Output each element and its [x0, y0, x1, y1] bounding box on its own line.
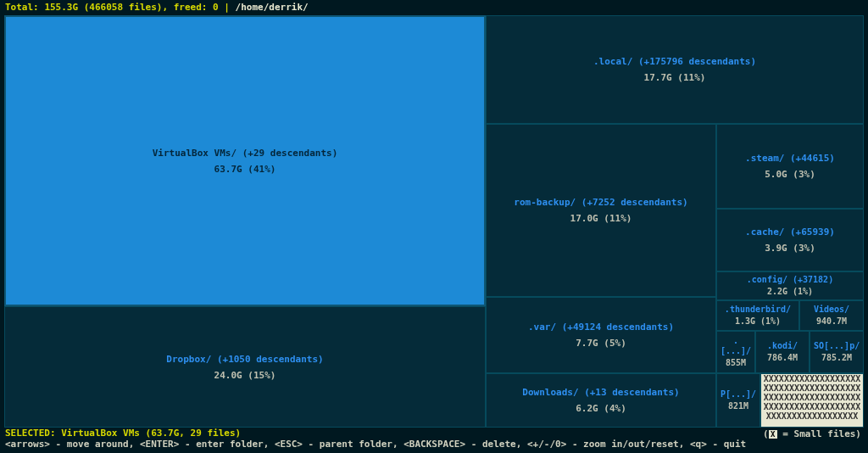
cell-size: 1.3G (1%)	[721, 316, 795, 327]
small-files-fill: XXXXXXXXXXXXXXXXXXXXXXXXXXXXXXXXXXXXXXXX…	[764, 374, 860, 421]
cell-name: .kodi/	[760, 341, 805, 351]
cell-downloads[interactable]: Downloads/ (+13 descendants) 6.2G (4%)	[486, 373, 716, 428]
cell-size: 855M	[721, 358, 751, 368]
cell-steam[interactable]: .steam/ (+44615) 5.0G (3%)	[716, 124, 864, 209]
cell-size: 7.7G (5%)	[490, 338, 712, 349]
cell-size: 6.2G (4%)	[490, 403, 712, 414]
cell-config[interactable]: .config/ (+37182) 2.2G (1%)	[716, 271, 864, 300]
cell-size: 24.0G (15%)	[8, 370, 481, 381]
cell-dropbox[interactable]: Dropbox/ (+1050 descendants) 24.0G (15%)	[4, 306, 486, 428]
current-path: /home/derrik/	[236, 2, 309, 13]
cell-name: P[...]/	[721, 389, 756, 400]
cell-small-files[interactable]: XXXXXXXXXXXXXXXXXXXXXXXXXXXXXXXXXXXXXXXX…	[760, 373, 864, 428]
cell-cache[interactable]: .cache/ (+65939) 3.9G (3%)	[716, 209, 864, 271]
cell-name: .cache/ (+65939)	[721, 226, 860, 238]
cell-size: 821M	[721, 401, 756, 411]
status-bar-bottom: SELECTED: VirtualBox VMs (63.7G, 29 file…	[0, 428, 868, 453]
selected-value: VirtualBox VMs (63.7G, 29 files)	[61, 428, 241, 439]
cell-size: 5.0G (3%)	[721, 169, 860, 180]
cell-kodi[interactable]: .kodi/ 786.4M	[755, 331, 810, 373]
cell-local[interactable]: .local/ (+175796 descendants) 17.7G (11%…	[486, 15, 864, 124]
cell-rom-backup[interactable]: rom-backup/ (+7252 descendants) 17.0G (1…	[486, 124, 716, 297]
cell-size: 786.4M	[760, 353, 805, 363]
cell-name: Videos/	[804, 305, 860, 315]
separator: |	[224, 2, 230, 13]
cell-size: 785.2M	[814, 353, 860, 363]
cell-var[interactable]: .var/ (+49124 descendants) 7.7G (5%)	[486, 297, 716, 373]
cell-so-truncated[interactable]: SO[...]p/ 785.2M	[810, 331, 864, 373]
cell-size: 2.2G (1%)	[721, 287, 860, 297]
cell-name: Dropbox/ (+1050 descendants)	[8, 354, 481, 365]
cell-size: 940.7M	[804, 316, 860, 327]
selected-label: SELECTED:	[5, 428, 56, 439]
cell-size: 3.9G (3%)	[721, 243, 860, 254]
cell-size: 63.7G (41%)	[9, 164, 481, 175]
cell-name: .steam/ (+44615)	[721, 153, 860, 164]
treemap[interactable]: VirtualBox VMs/ (+29 descendants) 63.7G …	[4, 15, 864, 428]
cell-thunderbird[interactable]: .thunderbird/ 1.3G (1%)	[716, 300, 799, 331]
cell-size: 17.7G (11%)	[490, 72, 860, 83]
cell-name: .config/ (+37182)	[721, 275, 860, 285]
cell-name: rom-backup/ (+7252 descendants)	[490, 197, 712, 208]
cell-videos[interactable]: Videos/ 940.7M	[799, 300, 864, 331]
help-line: <arrows> - move around, <ENTER> - enter …	[5, 439, 863, 450]
cell-size: 17.0G (11%)	[490, 213, 712, 224]
cell-name: Downloads/ (+13 descendants)	[490, 387, 712, 398]
cell-name: VirtualBox VMs/ (+29 descendants)	[9, 148, 481, 159]
file-count: (466058 files)	[84, 2, 163, 13]
total-label: Total:	[5, 2, 39, 13]
cell-dot-truncated[interactable]: .[...]/ 855M	[716, 331, 755, 373]
total-size: 155.3G	[44, 2, 78, 13]
cell-name: .var/ (+49124 descendants)	[490, 322, 712, 333]
cell-name: SO[...]p/	[814, 341, 860, 351]
freed-label: , freed:	[162, 2, 207, 13]
cell-name: .[...]/	[721, 336, 751, 356]
cell-name: .thunderbird/	[721, 305, 795, 315]
cell-p-truncated[interactable]: P[...]/ 821M	[716, 373, 760, 428]
freed-value: 0	[213, 2, 219, 13]
cell-name: .local/ (+175796 descendants)	[490, 56, 860, 67]
cell-virtualbox-vms[interactable]: VirtualBox VMs/ (+29 descendants) 63.7G …	[4, 15, 486, 306]
status-bar-top: Total: 155.3G (466058 files), freed: 0 |…	[0, 0, 868, 15]
